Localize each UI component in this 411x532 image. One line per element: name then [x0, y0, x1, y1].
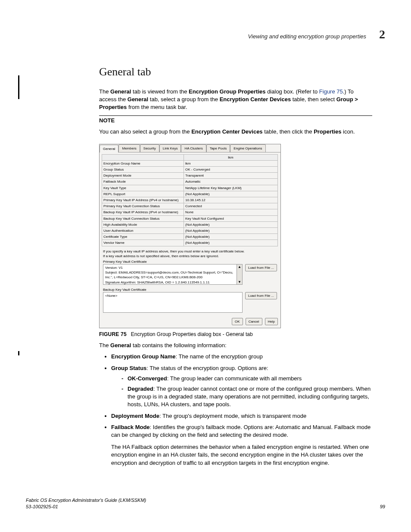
- info-list: Encryption Group Name: The name of the e…: [99, 353, 372, 467]
- intro-paragraph: The General tab is viewed from the Encry…: [99, 88, 372, 112]
- footer-doc-number: 53-1002925-01: [26, 504, 146, 510]
- help-button[interactable]: Help: [265, 318, 278, 325]
- page-footer: Fabric OS Encryption Administrator's Gui…: [26, 497, 385, 510]
- footer-doc-title: Fabric OS Encryption Administrator's Gui…: [26, 497, 146, 504]
- backup-cert-label: Backup Key Vault Certificate: [103, 287, 277, 292]
- failback-paragraph: The HA Failback option determines the be…: [111, 443, 372, 467]
- figure-link[interactable]: Figure 75: [319, 88, 343, 95]
- load-backup-button[interactable]: Load from File ...: [245, 292, 277, 299]
- running-header: Viewing and editing encryption group pro…: [26, 26, 385, 43]
- figure-caption: FIGURE 75 Encryption Group Properties di…: [99, 331, 372, 338]
- tab-link-keys[interactable]: Link Keys: [159, 144, 181, 152]
- tab-general[interactable]: General: [100, 145, 118, 152]
- tab-ha-clusters[interactable]: HA Clusters: [181, 144, 206, 152]
- list-item: Group Status: The status of the encrypti…: [111, 364, 372, 409]
- dialog-box: General Members Security Link Keys HA Cl…: [99, 144, 281, 329]
- list-subitem: Degraded: The group leader cannot contac…: [121, 385, 372, 409]
- section-title: General tab: [99, 64, 372, 80]
- list-subitem: OK-Converged: The group leader can commu…: [121, 375, 372, 383]
- list-item: Failback Mode: Identifies the group's fa…: [111, 423, 372, 467]
- row-value[interactable]: lkm: [184, 160, 278, 167]
- list-item: Encryption Group Name: The name of the e…: [111, 353, 372, 361]
- tab-members[interactable]: Members: [118, 144, 140, 152]
- scrollbar[interactable]: ▲▼: [237, 264, 242, 284]
- load-primary-button[interactable]: Load from File ...: [245, 264, 277, 271]
- primary-cert-label: Primary Key Vault Certificate: [103, 259, 277, 264]
- page-number: 99: [380, 504, 385, 510]
- content-lead: The General tab contains the following i…: [99, 342, 372, 349]
- figure-wrap: General Members Security Link Keys HA Cl…: [99, 144, 372, 339]
- tab-tape-pools[interactable]: Tape Pools: [206, 144, 230, 152]
- running-title: Viewing and editing encryption group pro…: [248, 33, 366, 40]
- dialog-tabs: General Members Security Link Keys HA Cl…: [100, 144, 280, 152]
- backup-cert-area[interactable]: <None>: [103, 292, 243, 313]
- note-rule: [99, 115, 372, 116]
- chapter-number: 2: [379, 26, 385, 43]
- row-label: Encryption Group Name: [102, 160, 184, 167]
- primary-cert-area[interactable]: Version: V1 Subject: EMAILADDRESS=suppor…: [103, 264, 243, 285]
- properties-grid: lkm Encryption Group Namelkm Group Statu…: [102, 154, 278, 246]
- tab-engine-ops[interactable]: Engine Operations: [230, 144, 265, 152]
- ok-button[interactable]: OK: [232, 318, 243, 325]
- dialog-help-text: If you specify a key vault IP address ab…: [103, 249, 277, 258]
- list-item: Deployment Mode: The group's deployment …: [111, 412, 372, 420]
- note-body: You can also select a group from the Enc…: [99, 128, 372, 136]
- cancel-button[interactable]: Cancel: [246, 318, 262, 325]
- note-label: NOTE: [99, 117, 372, 124]
- tab-security[interactable]: Security: [140, 144, 159, 152]
